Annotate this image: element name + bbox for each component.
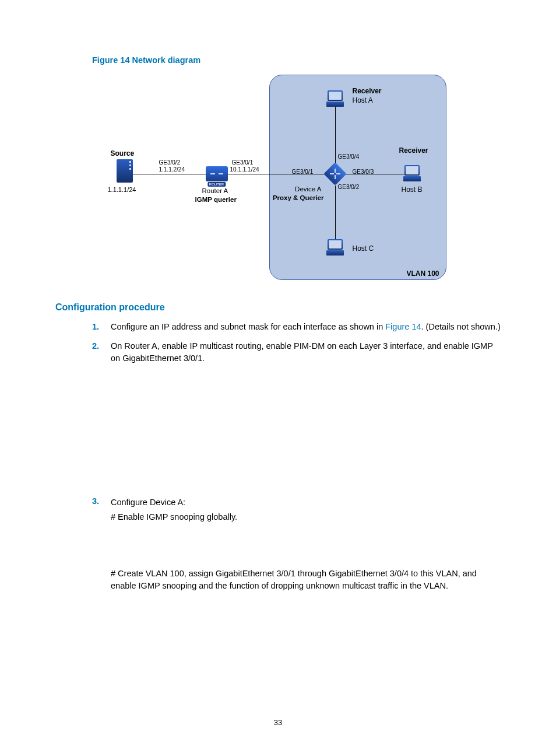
step3-number: 3. <box>92 496 99 506</box>
link-devicea-hostc <box>335 186 336 241</box>
router-icon: ROUTER <box>206 166 228 181</box>
link-devicea-hosta <box>335 107 336 168</box>
step1-post: . (Details not shown.) <box>421 322 501 331</box>
steps-list: Configure an IP address and subnet mask … <box>55 321 501 365</box>
step3-text: Configure Device A: <box>111 496 501 509</box>
hostb-title: Receiver <box>399 146 428 155</box>
host-c-icon <box>326 239 344 256</box>
hostb-name: Host B <box>402 186 423 194</box>
devicea-p4: GE3/0/4 <box>338 153 360 160</box>
routera-role: IGMP querier <box>195 196 237 203</box>
hosta-name: Host A <box>353 96 373 104</box>
routera-right-ip: 10.1.1.1/24 <box>230 166 259 173</box>
devicea-p1: GE3/0/1 <box>292 169 314 175</box>
step-1: Configure an IP address and subnet mask … <box>92 321 501 333</box>
vlan-label: VLAN 100 <box>406 270 439 278</box>
page-number: 33 <box>0 718 556 727</box>
devicea-name: Device A <box>287 186 322 192</box>
hosta-title: Receiver <box>353 87 382 95</box>
devicea-p3: GE3/0/3 <box>353 169 374 175</box>
routera-left-ip: 1.1.1.2/24 <box>159 166 185 173</box>
server-icon <box>117 159 133 183</box>
step-2: On Router A, enable IP multicast routing… <box>92 340 501 365</box>
figure-title: Figure 14 Network diagram <box>92 55 501 65</box>
source-title: Source <box>111 149 135 158</box>
step1-pre: Configure an IP address and subnet mask … <box>111 322 385 331</box>
source-ip: 1.1.1.1/24 <box>108 186 136 193</box>
step3a-text: # Enable IGMP snooping globally. <box>111 511 501 523</box>
link-source-router <box>131 174 207 174</box>
network-diagram: Source 1.1.1.1/24 ROUTER GE3/0/2 1.1.1.2… <box>108 72 449 285</box>
hostc-name: Host C <box>353 244 374 253</box>
routera-right-if: GE3/0/1 <box>232 159 254 166</box>
devicea-p2: GE3/0/2 <box>338 184 360 190</box>
section-configuration-procedure: Configuration procedure <box>55 302 501 313</box>
routera-name: Router A <box>202 187 228 194</box>
figure-14-link[interactable]: Figure 14 <box>385 322 421 331</box>
host-b-icon <box>403 165 421 181</box>
host-a-icon <box>326 90 344 107</box>
step3b-text: # Create VLAN 100, assign GigabitEtherne… <box>111 568 501 592</box>
devicea-role: Proxy & Querier <box>272 194 324 201</box>
routera-left-if: GE3/0/2 <box>159 159 181 166</box>
